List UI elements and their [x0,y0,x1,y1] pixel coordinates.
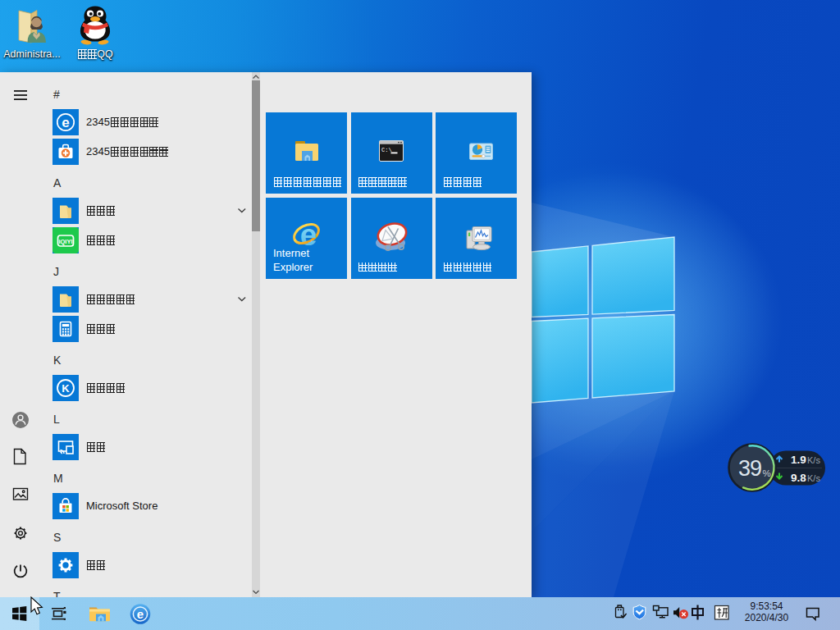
svg-text:e: e [62,115,69,130]
svg-text:K/s: K/s [807,455,820,465]
svg-text:C:\: C:\ [381,147,392,153]
svg-text:K/s: K/s [807,473,820,483]
svg-text:39: 39 [738,456,761,481]
svg-text:iQIYI: iQIYI [58,238,72,245]
svg-text:9.8: 9.8 [791,472,806,484]
svg-text:e: e [137,607,144,621]
svg-text:K: K [62,382,70,395]
svg-text:%: % [763,468,771,478]
svg-text:1.9: 1.9 [791,454,806,466]
